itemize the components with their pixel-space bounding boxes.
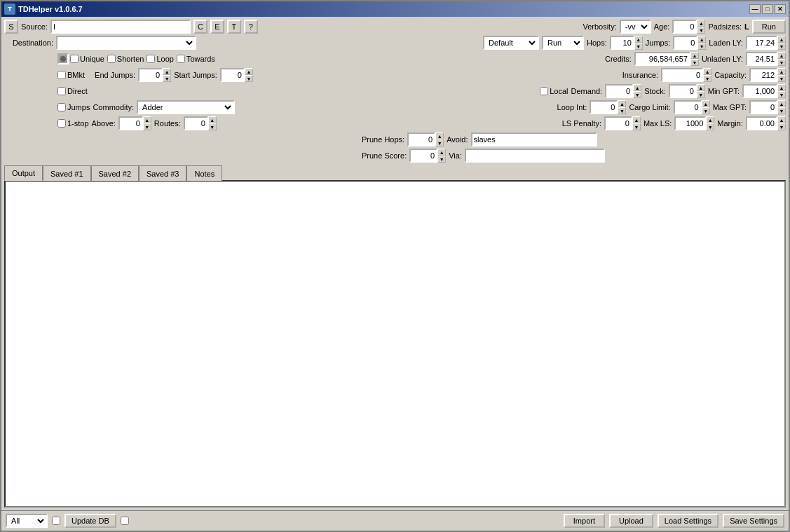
- unique-checkbox[interactable]: [70, 55, 79, 63]
- s-button[interactable]: S: [4, 20, 18, 34]
- stock-up[interactable]: ▲: [697, 84, 705, 91]
- laden-ly-up[interactable]: ▲: [777, 36, 786, 43]
- run-button[interactable]: Run: [752, 20, 786, 34]
- tab-output[interactable]: Output: [4, 165, 43, 181]
- start-jumps-up[interactable]: ▲: [245, 68, 253, 75]
- ls-penalty-up[interactable]: ▲: [632, 116, 641, 123]
- margin-up[interactable]: ▲: [777, 116, 786, 123]
- avoid-input[interactable]: [471, 132, 597, 146]
- verbosity-select[interactable]: -vv -v -vvv: [620, 20, 651, 34]
- max-ls-down[interactable]: ▼: [706, 123, 714, 130]
- update-db-button[interactable]: Update DB: [64, 514, 116, 528]
- age-up[interactable]: ▲: [697, 20, 705, 27]
- prune-hops-up[interactable]: ▲: [435, 132, 444, 139]
- e-button[interactable]: E: [210, 20, 224, 34]
- max-ls-input[interactable]: [674, 116, 706, 130]
- routes-down[interactable]: ▼: [208, 123, 217, 130]
- margin-down[interactable]: ▼: [777, 123, 786, 130]
- run-dropdown[interactable]: Run Stop: [542, 36, 584, 50]
- max-gpt-input[interactable]: [749, 100, 777, 114]
- stock-input[interactable]: [669, 84, 697, 98]
- stock-down[interactable]: ▼: [697, 91, 705, 98]
- credits-up[interactable]: ▲: [690, 52, 699, 59]
- capacity-down[interactable]: ▼: [777, 75, 786, 82]
- output-area[interactable]: [4, 180, 786, 507]
- max-gpt-down[interactable]: ▼: [777, 107, 786, 114]
- destination-select[interactable]: [56, 36, 196, 50]
- capacity-input[interactable]: [749, 68, 777, 82]
- loop-int-up[interactable]: ▲: [618, 100, 626, 107]
- prune-score-input[interactable]: [409, 149, 437, 163]
- demand-input[interactable]: [605, 84, 633, 98]
- age-down[interactable]: ▼: [697, 27, 705, 34]
- start-jumps-input[interactable]: [220, 68, 245, 82]
- shorten-checkbox[interactable]: [107, 55, 116, 63]
- via-input[interactable]: [465, 149, 605, 163]
- age-input[interactable]: [672, 20, 697, 34]
- jumps-checkbox[interactable]: [57, 103, 66, 111]
- max-ls-up[interactable]: ▲: [706, 116, 714, 123]
- ls-penalty-down[interactable]: ▼: [632, 123, 641, 130]
- towards-checkbox[interactable]: [177, 55, 185, 63]
- prune-score-up[interactable]: ▲: [437, 149, 446, 156]
- cargo-limit-input[interactable]: [674, 100, 702, 114]
- min-gpt-input[interactable]: [742, 84, 777, 98]
- save-settings-button[interactable]: Save Settings: [723, 514, 784, 528]
- routes-up[interactable]: ▲: [208, 116, 217, 123]
- upload-button[interactable]: Upload: [609, 514, 653, 528]
- route-dropdown[interactable]: Default Optimal Fast: [483, 36, 539, 50]
- commodity-select[interactable]: Adder: [137, 100, 235, 114]
- prune-hops-down[interactable]: ▼: [435, 139, 444, 146]
- q-button[interactable]: ?: [244, 20, 258, 34]
- insurance-up[interactable]: ▲: [703, 68, 711, 75]
- load-settings-button[interactable]: Load Settings: [658, 514, 719, 528]
- one-stop-checkbox[interactable]: [57, 119, 66, 128]
- t-button[interactable]: T: [227, 20, 241, 34]
- maximize-button[interactable]: □: [762, 4, 773, 14]
- jumps-right-input[interactable]: [673, 36, 697, 50]
- credits-down[interactable]: ▼: [690, 59, 699, 66]
- unladen-ly-down[interactable]: ▼: [777, 59, 786, 66]
- direct-checkbox[interactable]: [57, 87, 66, 95]
- local-checkbox[interactable]: [540, 87, 548, 95]
- hops-up[interactable]: ▲: [634, 36, 643, 43]
- tab-notes[interactable]: Notes: [186, 165, 222, 181]
- tab-saved3[interactable]: Saved #3: [139, 165, 186, 181]
- cargo-limit-down[interactable]: ▼: [702, 107, 710, 114]
- all-select[interactable]: All: [6, 514, 48, 528]
- demand-up[interactable]: ▲: [633, 84, 641, 91]
- unladen-ly-input[interactable]: [746, 52, 777, 66]
- insurance-input[interactable]: [661, 68, 703, 82]
- above-up[interactable]: ▲: [143, 116, 151, 123]
- routes-input[interactable]: [184, 116, 208, 130]
- prune-hops-input[interactable]: [407, 132, 435, 146]
- min-gpt-up[interactable]: ▲: [777, 84, 786, 91]
- ls-penalty-input[interactable]: [604, 116, 632, 130]
- import-button[interactable]: Import: [564, 514, 605, 528]
- laden-ly-input[interactable]: [746, 36, 777, 50]
- max-gpt-up[interactable]: ▲: [777, 100, 786, 107]
- start-jumps-down[interactable]: ▼: [245, 75, 253, 82]
- loop-int-down[interactable]: ▼: [618, 107, 626, 114]
- min-gpt-down[interactable]: ▼: [777, 91, 786, 98]
- source-input[interactable]: [50, 20, 191, 34]
- end-jumps-up[interactable]: ▲: [163, 68, 171, 75]
- laden-ly-down[interactable]: ▼: [777, 43, 786, 50]
- credits-input[interactable]: [634, 52, 690, 66]
- cargo-limit-up[interactable]: ▲: [702, 100, 710, 107]
- end-jumps-input[interactable]: [138, 68, 163, 82]
- minimize-button[interactable]: —: [749, 4, 761, 14]
- capacity-up[interactable]: ▲: [777, 68, 786, 75]
- hops-down[interactable]: ▼: [634, 43, 643, 50]
- all-checkbox[interactable]: [52, 517, 60, 525]
- jumps-right-up[interactable]: ▲: [697, 36, 706, 43]
- unladen-ly-up[interactable]: ▲: [777, 52, 786, 59]
- loop-checkbox[interactable]: [147, 55, 155, 63]
- close-button[interactable]: ✕: [775, 4, 786, 14]
- above-down[interactable]: ▼: [143, 123, 151, 130]
- tab-saved2[interactable]: Saved #2: [91, 165, 139, 181]
- bmkt-checkbox[interactable]: [57, 71, 66, 79]
- demand-down[interactable]: ▼: [633, 91, 641, 98]
- hops-input[interactable]: [610, 36, 634, 50]
- insurance-down[interactable]: ▼: [703, 75, 711, 82]
